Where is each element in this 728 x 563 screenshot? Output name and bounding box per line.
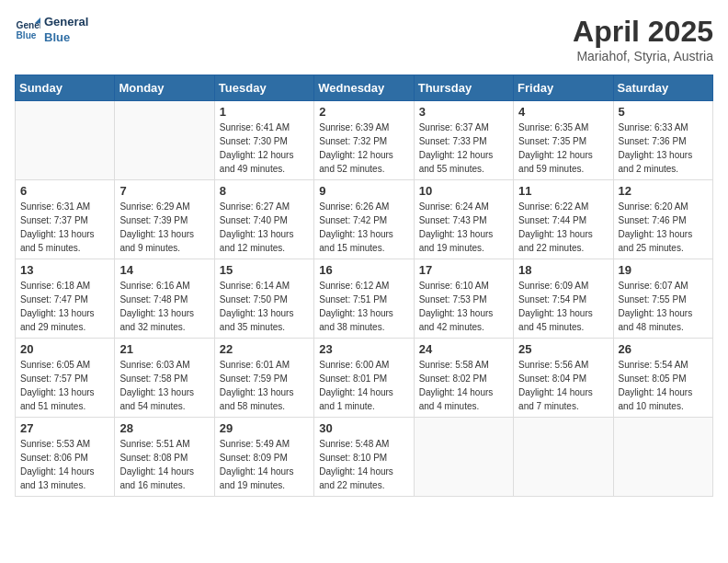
day-info: Sunrise: 6:12 AM Sunset: 7:51 PM Dayligh… [319,279,408,334]
calendar-cell: 3Sunrise: 6:37 AM Sunset: 7:33 PM Daylig… [414,101,513,180]
calendar-cell: 26Sunrise: 5:54 AM Sunset: 8:05 PM Dayli… [613,339,712,418]
calendar-cell: 17Sunrise: 6:10 AM Sunset: 7:53 PM Dayli… [414,259,513,339]
day-info: Sunrise: 6:22 AM Sunset: 7:44 PM Dayligh… [518,200,608,255]
day-number: 26 [619,342,708,356]
day-number: 17 [419,263,508,277]
day-number: 23 [319,342,408,356]
calendar-cell [16,101,115,180]
weekday-header-saturday: Saturday [613,75,712,101]
calendar-cell: 30Sunrise: 5:48 AM Sunset: 8:10 PM Dayli… [314,418,414,497]
day-number: 3 [419,105,508,119]
calendar-cell: 8Sunrise: 6:27 AM Sunset: 7:40 PM Daylig… [214,180,313,259]
day-info: Sunrise: 5:58 AM Sunset: 8:02 PM Dayligh… [419,358,508,413]
day-number: 11 [518,184,608,198]
day-number: 22 [220,342,309,356]
calendar-cell: 25Sunrise: 5:56 AM Sunset: 8:04 PM Dayli… [514,339,613,418]
svg-text:Blue: Blue [17,30,37,40]
logo: General Blue General Blue [15,15,88,46]
calendar-cell [514,418,613,497]
calendar-cell: 6Sunrise: 6:31 AM Sunset: 7:37 PM Daylig… [16,180,115,259]
title-block: April 2025 Mariahof, Styria, Austria [573,15,713,63]
weekday-header-tuesday: Tuesday [214,75,313,101]
day-number: 13 [20,263,109,277]
month-title: April 2025 [573,15,713,49]
day-info: Sunrise: 6:31 AM Sunset: 7:37 PM Dayligh… [20,200,109,255]
calendar-cell: 4Sunrise: 6:35 AM Sunset: 7:35 PM Daylig… [514,101,613,180]
day-number: 28 [119,421,209,435]
calendar-cell: 29Sunrise: 5:49 AM Sunset: 8:09 PM Dayli… [214,418,313,497]
weekday-header-monday: Monday [115,75,214,101]
day-number: 19 [619,263,708,277]
calendar-cell: 28Sunrise: 5:51 AM Sunset: 8:08 PM Dayli… [115,418,214,497]
day-number: 14 [119,263,209,277]
day-number: 18 [518,263,608,277]
calendar-cell: 1Sunrise: 6:41 AM Sunset: 7:30 PM Daylig… [214,101,313,180]
calendar-cell: 15Sunrise: 6:14 AM Sunset: 7:50 PM Dayli… [214,259,313,339]
day-number: 6 [20,184,109,198]
day-info: Sunrise: 6:35 AM Sunset: 7:35 PM Dayligh… [518,121,608,176]
day-info: Sunrise: 6:37 AM Sunset: 7:33 PM Dayligh… [419,121,508,176]
logo-line1: General [44,15,88,30]
day-number: 1 [220,105,309,119]
day-info: Sunrise: 6:27 AM Sunset: 7:40 PM Dayligh… [220,200,309,255]
day-info: Sunrise: 6:03 AM Sunset: 7:58 PM Dayligh… [119,358,209,413]
day-number: 9 [319,184,408,198]
day-number: 5 [619,105,708,119]
week-row-3: 13Sunrise: 6:18 AM Sunset: 7:47 PM Dayli… [16,259,713,339]
calendar-cell: 23Sunrise: 6:00 AM Sunset: 8:01 PM Dayli… [314,339,414,418]
page-header: General Blue General Blue April 2025 Mar… [15,15,713,63]
day-info: Sunrise: 5:48 AM Sunset: 8:10 PM Dayligh… [319,437,408,492]
logo-icon: General Blue [15,17,40,43]
week-row-2: 6Sunrise: 6:31 AM Sunset: 7:37 PM Daylig… [16,180,713,259]
calendar-cell: 12Sunrise: 6:20 AM Sunset: 7:46 PM Dayli… [613,180,712,259]
calendar-cell: 2Sunrise: 6:39 AM Sunset: 7:32 PM Daylig… [314,101,414,180]
calendar: SundayMondayTuesdayWednesdayThursdayFrid… [15,75,713,497]
day-number: 21 [119,342,209,356]
calendar-cell: 19Sunrise: 6:07 AM Sunset: 7:55 PM Dayli… [613,259,712,339]
day-number: 8 [220,184,309,198]
calendar-cell: 13Sunrise: 6:18 AM Sunset: 7:47 PM Dayli… [16,259,115,339]
day-number: 27 [20,421,109,435]
calendar-cell [115,101,214,180]
day-info: Sunrise: 6:26 AM Sunset: 7:42 PM Dayligh… [319,200,408,255]
calendar-cell: 18Sunrise: 6:09 AM Sunset: 7:54 PM Dayli… [514,259,613,339]
day-info: Sunrise: 6:01 AM Sunset: 7:59 PM Dayligh… [220,358,309,413]
week-row-1: 1Sunrise: 6:41 AM Sunset: 7:30 PM Daylig… [16,101,713,180]
calendar-cell: 14Sunrise: 6:16 AM Sunset: 7:48 PM Dayli… [115,259,214,339]
day-number: 24 [419,342,508,356]
day-info: Sunrise: 6:14 AM Sunset: 7:50 PM Dayligh… [220,279,309,334]
calendar-cell: 7Sunrise: 6:29 AM Sunset: 7:39 PM Daylig… [115,180,214,259]
day-info: Sunrise: 5:54 AM Sunset: 8:05 PM Dayligh… [619,358,708,413]
day-info: Sunrise: 6:00 AM Sunset: 8:01 PM Dayligh… [319,358,408,413]
weekday-header-sunday: Sunday [16,75,115,101]
calendar-cell: 16Sunrise: 6:12 AM Sunset: 7:51 PM Dayli… [314,259,414,339]
calendar-cell: 24Sunrise: 5:58 AM Sunset: 8:02 PM Dayli… [414,339,513,418]
day-info: Sunrise: 6:20 AM Sunset: 7:46 PM Dayligh… [619,200,708,255]
day-info: Sunrise: 6:33 AM Sunset: 7:36 PM Dayligh… [619,121,708,176]
day-info: Sunrise: 6:39 AM Sunset: 7:32 PM Dayligh… [319,121,408,176]
day-info: Sunrise: 6:29 AM Sunset: 7:39 PM Dayligh… [119,200,209,255]
day-info: Sunrise: 5:49 AM Sunset: 8:09 PM Dayligh… [220,437,309,492]
day-info: Sunrise: 5:51 AM Sunset: 8:08 PM Dayligh… [119,437,209,492]
day-info: Sunrise: 6:41 AM Sunset: 7:30 PM Dayligh… [220,121,309,176]
calendar-cell: 21Sunrise: 6:03 AM Sunset: 7:58 PM Dayli… [115,339,214,418]
week-row-5: 27Sunrise: 5:53 AM Sunset: 8:06 PM Dayli… [16,418,713,497]
day-info: Sunrise: 6:07 AM Sunset: 7:55 PM Dayligh… [619,279,708,334]
day-number: 16 [319,263,408,277]
location: Mariahof, Styria, Austria [573,49,713,63]
day-info: Sunrise: 6:18 AM Sunset: 7:47 PM Dayligh… [20,279,109,334]
calendar-cell: 5Sunrise: 6:33 AM Sunset: 7:36 PM Daylig… [613,101,712,180]
day-number: 25 [518,342,608,356]
calendar-cell: 11Sunrise: 6:22 AM Sunset: 7:44 PM Dayli… [514,180,613,259]
day-number: 30 [319,421,408,435]
day-number: 2 [319,105,408,119]
calendar-cell: 22Sunrise: 6:01 AM Sunset: 7:59 PM Dayli… [214,339,313,418]
day-number: 10 [419,184,508,198]
weekday-header-wednesday: Wednesday [314,75,414,101]
logo-line2: Blue [44,30,88,46]
day-info: Sunrise: 6:09 AM Sunset: 7:54 PM Dayligh… [518,279,608,334]
calendar-cell [613,418,712,497]
day-info: Sunrise: 6:24 AM Sunset: 7:43 PM Dayligh… [419,200,508,255]
day-info: Sunrise: 5:56 AM Sunset: 8:04 PM Dayligh… [518,358,608,413]
calendar-cell: 10Sunrise: 6:24 AM Sunset: 7:43 PM Dayli… [414,180,513,259]
